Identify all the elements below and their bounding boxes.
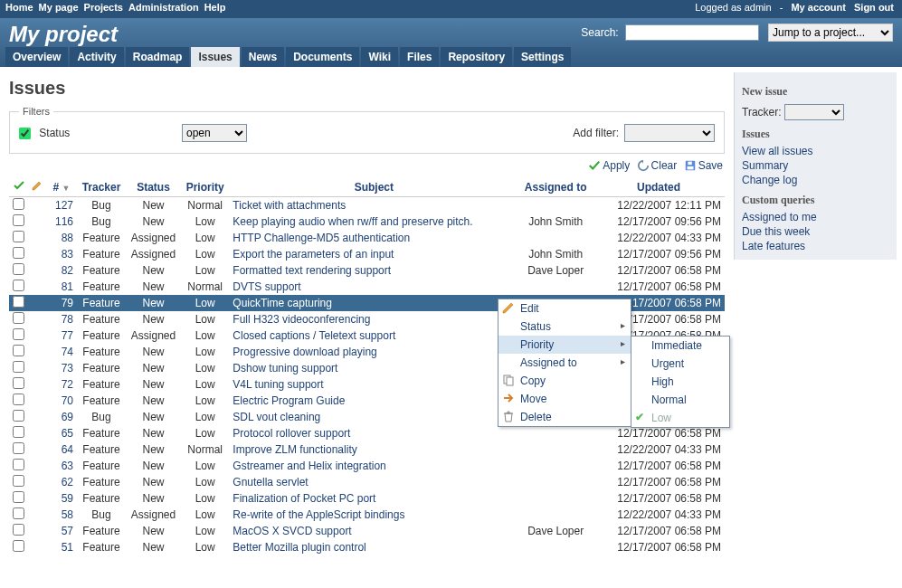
row-checkbox[interactable] [13,345,24,356]
save-link[interactable]: Save [684,159,723,172]
issue-id-link[interactable]: 127 [55,199,73,212]
issue-subject-link[interactable]: Closed captions / Teletext support [233,329,395,342]
row-checkbox[interactable] [13,361,24,373]
issue-id-link[interactable]: 72 [62,378,73,391]
row-checkbox[interactable] [13,507,24,519]
issue-subject-link[interactable]: Gstreamer and Helix integration [233,460,385,472]
issue-id-link[interactable]: 78 [62,313,73,326]
top-menu-projects[interactable]: Projects [84,2,123,13]
row-checkbox[interactable] [13,540,24,552]
sidebar-query-due-this-week[interactable]: Due this week [742,225,891,238]
issue-id-link[interactable]: 79 [62,297,73,309]
filter-status-operator[interactable]: open [182,124,247,142]
tab-files[interactable]: Files [400,47,439,67]
issue-subject-link[interactable]: Electric Program Guide [233,394,345,407]
table-row[interactable]: 58BugAssignedLowRe-write of the AppleScr… [9,507,725,523]
issue-subject-link[interactable]: Ticket with attachments [233,199,346,212]
issue-subject-link[interactable]: Finalization of Pocket PC port [233,492,375,505]
row-checkbox[interactable] [13,524,24,536]
tracker-select[interactable] [784,104,844,120]
issue-id-link[interactable]: 64 [62,443,73,456]
issue-subject-link[interactable]: Improve ZLM functionality [233,443,356,456]
sidebar-view-all-issues[interactable]: View all issues [742,145,891,157]
table-row[interactable]: 63FeatureNewLowGstreamer and Helix integ… [9,458,725,474]
tab-activity[interactable]: Activity [70,47,123,67]
tab-settings[interactable]: Settings [514,47,571,67]
my-account-link[interactable]: My account [791,2,846,13]
tab-issues[interactable]: Issues [191,47,239,67]
issue-id-link[interactable]: 63 [62,460,73,472]
issue-subject-link[interactable]: Gnutella servlet [233,476,308,488]
issue-id-link[interactable]: 73 [62,362,73,375]
row-checkbox[interactable] [13,410,24,422]
col-priority[interactable]: Priority [181,177,229,197]
row-checkbox[interactable] [13,394,24,405]
table-row[interactable]: 82FeatureNewLowFormatted text rendering … [9,262,725,279]
row-checkbox[interactable] [13,263,24,275]
ctx-delete[interactable]: Delete [498,408,631,426]
col-tracker[interactable]: Tracker [77,177,126,197]
row-checkbox[interactable] [13,459,24,470]
table-row[interactable]: 64FeatureNewNormalImprove ZLM functional… [9,441,725,458]
tab-repository[interactable]: Repository [441,47,512,67]
ctx-priority-urgent[interactable]: Urgent [631,355,729,373]
search-input[interactable] [625,24,759,41]
ctx-priority-immediate[interactable]: Immediate [631,337,729,355]
table-row[interactable]: 59FeatureNewLowFinalization of Pocket PC… [9,490,725,507]
ctx-edit[interactable]: Edit [498,299,631,318]
top-menu-my-page[interactable]: My page [39,2,79,13]
issue-subject-link[interactable]: Protocol rollover support [233,427,350,440]
sign-out-link[interactable]: Sign out [854,2,894,13]
issue-subject-link[interactable]: Full H323 videoconferencing [233,313,370,326]
issue-id-link[interactable]: 59 [62,492,73,505]
issue-subject-link[interactable]: Export the parameters of an input [233,248,394,261]
col-status[interactable]: Status [126,177,181,197]
row-checkbox[interactable] [13,214,24,226]
issue-id-link[interactable]: 81 [62,280,73,293]
ctx-priority[interactable]: Priority [498,336,631,354]
issue-subject-link[interactable]: Progressive download playing [233,346,376,358]
row-checkbox[interactable] [13,296,24,308]
row-checkbox[interactable] [13,231,24,242]
tab-documents[interactable]: Documents [286,47,359,67]
ctx-assigned[interactable]: Assigned to [498,354,631,372]
issue-subject-link[interactable]: Better Mozilla plugin control [233,541,366,554]
ctx-move[interactable]: Move [498,390,631,408]
issue-subject-link[interactable]: Keep playing audio when rw/ff and preser… [233,215,472,228]
top-menu-administration[interactable]: Administration [128,2,199,13]
issue-id-link[interactable]: 70 [62,394,73,407]
row-checkbox[interactable] [13,377,24,389]
col-checkbox[interactable] [9,177,28,197]
row-checkbox[interactable] [13,247,24,259]
issue-subject-link[interactable]: HTTP Challenge-MD5 authentication [233,232,410,244]
table-row[interactable]: 65FeatureNewLowProtocol rollover support… [9,425,725,441]
tab-roadmap[interactable]: Roadmap [126,47,190,67]
tab-news[interactable]: News [242,47,284,67]
issue-id-link[interactable]: 69 [62,411,73,423]
ctx-priority-high[interactable]: High [631,373,729,391]
col-updated[interactable]: Updated [593,177,725,197]
issue-id-link[interactable]: 65 [62,427,73,440]
sidebar-summary[interactable]: Summary [742,159,891,172]
issue-subject-link[interactable]: SDL vout cleaning [233,411,320,423]
row-checkbox[interactable] [13,491,24,503]
table-row[interactable]: 83FeatureAssignedLowExport the parameter… [9,246,725,262]
row-checkbox[interactable] [13,198,24,210]
table-row[interactable]: 81FeatureNewNormalDVTS support12/17/2007… [9,279,725,295]
issue-id-link[interactable]: 62 [62,476,73,488]
issue-subject-link[interactable]: DVTS support [233,280,300,293]
apply-link[interactable]: Apply [588,159,630,172]
row-checkbox[interactable] [13,328,24,340]
table-row[interactable]: 116BugNewLowKeep playing audio when rw/f… [9,213,725,230]
col-subject[interactable]: Subject [229,177,518,197]
table-row[interactable]: 57FeatureNewLowMacOS X SVCD supportDave … [9,523,725,539]
tab-wiki[interactable]: Wiki [361,47,398,67]
top-menu-help[interactable]: Help [204,2,226,13]
row-checkbox[interactable] [13,475,24,487]
clear-link[interactable]: Clear [637,159,678,172]
sidebar-query-assigned-to-me[interactable]: Assigned to me [742,211,891,223]
add-filter-select[interactable] [624,124,715,142]
tab-overview[interactable]: Overview [5,47,68,67]
col-id[interactable]: # ▼ [46,177,77,197]
issue-id-link[interactable]: 82 [62,264,73,277]
